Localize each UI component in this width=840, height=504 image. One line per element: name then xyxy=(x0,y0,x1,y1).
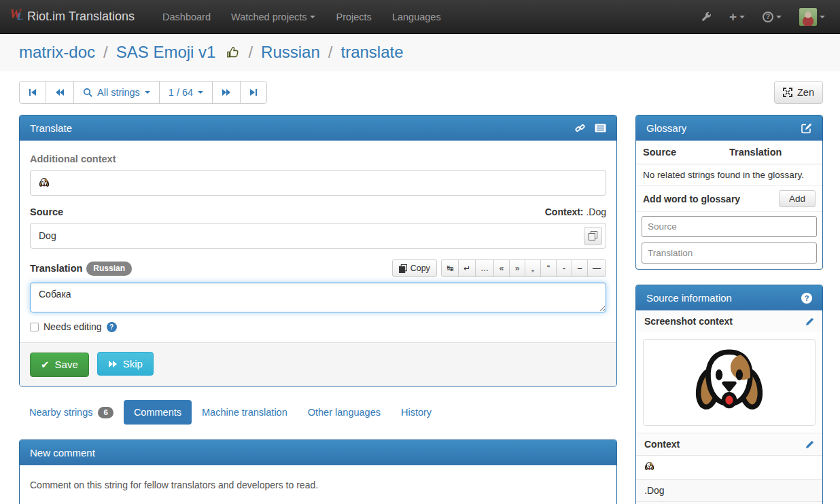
navbar-menu: Dashboard Watched projects Projects Lang… xyxy=(152,0,451,33)
chevron-down-icon xyxy=(739,16,745,18)
copy-button[interactable]: Copy xyxy=(392,259,437,277)
nav-projects[interactable]: Projects xyxy=(326,0,381,33)
breadcrumb-project-link[interactable]: matrix-doc xyxy=(19,43,95,62)
nearby-strings-count-badge: 6 xyxy=(98,407,113,418)
wrench-icon xyxy=(701,12,712,22)
translate-panel: Translate Additional context Source Cont… xyxy=(19,115,617,386)
insert-raquo-button[interactable]: » xyxy=(509,259,525,277)
insert-high-quote-button[interactable]: “ xyxy=(540,259,557,277)
edit-glossary-icon[interactable] xyxy=(801,123,812,134)
source-info-title: Source information xyxy=(646,292,732,304)
nav-languages[interactable]: Languages xyxy=(382,0,451,33)
first-string-button[interactable] xyxy=(19,81,46,104)
edit-pencil-icon[interactable] xyxy=(805,317,814,326)
additional-context-box xyxy=(30,170,606,196)
glossary-translation-input[interactable] xyxy=(642,242,817,264)
plus-icon: + xyxy=(729,10,737,23)
new-comment-panel-header: New comment xyxy=(20,440,616,465)
additional-context-label: Additional context xyxy=(30,154,606,164)
breadcrumb-page-link[interactable]: translate xyxy=(340,43,403,62)
tab-history[interactable]: History xyxy=(391,400,442,425)
source-label: Source xyxy=(30,206,63,217)
skip-button[interactable]: Skip xyxy=(97,352,154,376)
chevron-down-icon xyxy=(145,91,150,94)
glossary-col-source: Source xyxy=(643,147,729,158)
search-filter-label: All strings xyxy=(97,87,140,98)
expand-icon xyxy=(783,88,792,97)
save-button[interactable]: ✔ Save xyxy=(30,353,89,377)
nav-dashboard[interactable]: Dashboard xyxy=(152,0,221,33)
new-comment-panel: New comment Comment on this string for f… xyxy=(19,439,617,504)
keyboard-shortcuts-icon[interactable] xyxy=(595,124,606,132)
dog-emoji-icon xyxy=(39,177,50,188)
copy-icon xyxy=(399,264,407,273)
chevron-down-icon xyxy=(820,16,825,18)
comment-description: Comment on this string for fellow transl… xyxy=(30,480,606,490)
translation-input[interactable]: Собака xyxy=(30,283,606,312)
glossary-add-row: Add word to glossary Add xyxy=(636,186,822,212)
insert-laquo-button[interactable]: « xyxy=(493,259,510,277)
copy-source-button[interactable] xyxy=(584,227,602,245)
breadcrumb-language-link[interactable]: Russian xyxy=(261,43,320,62)
tab-comments[interactable]: Comments xyxy=(124,400,192,425)
insert-newline-button[interactable]: ↵ xyxy=(458,259,476,277)
user-menu-button[interactable] xyxy=(799,8,825,26)
weblate-logo-icon[interactable]: WL xyxy=(10,8,27,26)
help-menu-button[interactable]: ? xyxy=(763,12,782,22)
last-string-button[interactable] xyxy=(240,81,267,104)
screenshot-image-box[interactable] xyxy=(643,339,816,426)
insert-tab-button[interactable]: ↹ xyxy=(441,259,459,277)
nav-watched-projects[interactable]: Watched projects xyxy=(221,0,326,33)
next-string-button[interactable] xyxy=(212,81,241,104)
first-icon xyxy=(29,88,37,96)
admin-tools-button[interactable] xyxy=(701,12,712,22)
insert-endash-button[interactable]: – xyxy=(572,259,588,277)
add-menu-button[interactable]: + xyxy=(729,10,745,23)
insert-low-quote-button[interactable]: „ xyxy=(525,259,541,277)
tab-machine-translation[interactable]: Machine translation xyxy=(192,400,298,425)
permalink-icon[interactable] xyxy=(575,123,585,133)
translate-panel-header: Translate xyxy=(20,115,616,141)
string-navigation-toolbar: All strings 1 / 64 Zen xyxy=(0,71,840,113)
new-comment-body: Comment on this string for fellow transl… xyxy=(20,465,616,504)
edit-pencil-icon[interactable] xyxy=(805,440,814,449)
source-string: Dog xyxy=(39,230,56,241)
dog-emoji-icon xyxy=(644,461,654,471)
source-string-box: Dog xyxy=(30,223,606,249)
context-header: Context xyxy=(636,433,822,455)
source-info-panel-header: Source information ? xyxy=(636,285,822,310)
skip-forward-icon xyxy=(108,360,118,368)
insert-emdash-button[interactable]: — xyxy=(587,259,606,277)
tab-other-languages[interactable]: Other languages xyxy=(298,400,391,425)
zen-mode-button[interactable]: Zen xyxy=(774,81,823,104)
chevron-down-icon xyxy=(310,16,315,18)
last-icon xyxy=(249,88,258,96)
translate-panel-footer: ✔ Save Skip xyxy=(20,342,616,386)
main-content: Translate Additional context Source Cont… xyxy=(0,113,840,504)
user-avatar xyxy=(799,8,817,26)
insert-hyphen-button[interactable]: - xyxy=(556,259,572,277)
previous-string-button[interactable] xyxy=(46,81,74,104)
translate-panel-body: Additional context Source Context: .Dog … xyxy=(20,141,616,342)
check-icon: ✔ xyxy=(41,359,50,371)
add-word-label: Add word to glossary xyxy=(643,194,740,204)
glossary-source-input[interactable] xyxy=(642,216,817,237)
previous-icon xyxy=(55,88,65,96)
context-key: Context: .Dog xyxy=(545,206,606,217)
add-glossary-button[interactable]: Add xyxy=(779,190,816,207)
position-dropdown[interactable]: 1 / 64 xyxy=(159,81,213,104)
help-icon[interactable]: ? xyxy=(107,322,117,332)
glossary-table-header: Source Translation xyxy=(636,141,822,164)
breadcrumb-component-link[interactable]: SAS Emoji v1 xyxy=(116,43,216,62)
insert-ellipsis-button[interactable]: … xyxy=(475,259,494,277)
tab-nearby-strings[interactable]: Nearby strings 6 xyxy=(19,400,124,425)
pagination-group: All strings 1 / 64 xyxy=(19,81,267,104)
flags-header: Flags xyxy=(636,501,822,504)
source-info-panel: Source information ? Screenshot context … xyxy=(635,285,823,504)
help-icon[interactable]: ? xyxy=(801,293,812,304)
site-title[interactable]: Riot.im Translations xyxy=(27,10,135,24)
search-filter-dropdown[interactable]: All strings xyxy=(73,81,160,104)
screenshot-context-header: Screenshot context xyxy=(636,310,822,332)
glossary-col-translation: Translation xyxy=(729,147,816,158)
needs-editing-checkbox[interactable] xyxy=(30,323,39,331)
